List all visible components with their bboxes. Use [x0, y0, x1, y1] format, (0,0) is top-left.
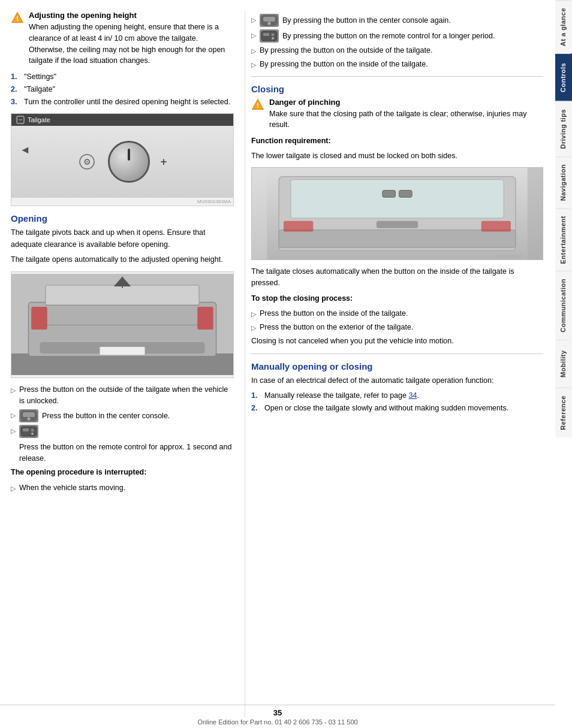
svg-point-24 [31, 428, 34, 431]
plus-icon: + [161, 156, 167, 168]
bullet-r2-text: By pressing the button on the remote con… [282, 31, 495, 42]
function-req-text: The lower tailgate is closed and must be… [251, 150, 543, 162]
arrow-r4-icon: ▷ [251, 60, 256, 70]
sidebar-item-entertainment[interactable]: Entertainment [555, 208, 572, 271]
manual-step-1: 1. Manually release the tailgate, refer … [251, 390, 543, 401]
bullet-r1-text: By pressing the button in the center con… [282, 15, 451, 26]
stop-bullet-2-text: Press the button on the exterior of the … [260, 322, 413, 333]
step-2-num: 2. [11, 84, 20, 95]
bullet-r2-content: By pressing the button on the remote con… [260, 29, 495, 43]
sidebar-item-communication[interactable]: Communication [555, 271, 572, 340]
svg-point-28 [268, 22, 271, 25]
bullet-r4: ▷ By pressing the button on the inside o… [251, 59, 543, 70]
sidebar-item-controls[interactable]: Controls [555, 53, 572, 101]
svg-point-31 [272, 34, 275, 37]
knob-area: ⚙ + [11, 120, 233, 204]
page-number: 35 [0, 708, 555, 717]
svg-text:!: ! [257, 102, 258, 108]
stop-bullet-1-text: Press the button on the inside of the ta… [260, 308, 408, 319]
svg-point-21 [28, 417, 31, 420]
svg-rect-40 [279, 229, 516, 247]
console-icon-r [260, 14, 279, 27]
opening-para1: The tailgate pivots back and up when it … [11, 227, 234, 250]
arrow-icon-3: ▷ [11, 426, 16, 436]
arrow-icon-4: ▷ [11, 484, 16, 494]
stop-bullet-1: ▷ Press the button on the inside of the … [251, 308, 543, 319]
closing-note: Closing is not canceled when you put the… [251, 336, 543, 347]
bullet-r3: ▷ By pressing the button on the outside … [251, 45, 543, 56]
closing-warning-title: Danger of pinching [269, 98, 543, 107]
screen-label: Tailgate [28, 116, 50, 123]
footer-text: Online Edition for Part no. 01 40 2 606 … [0, 718, 555, 726]
bullet-console-content: Press the button in the center console. [19, 409, 170, 422]
tailgate-screen-diagram: Tailgate ⚙ + [11, 113, 234, 206]
arrow-icon-2: ▷ [11, 410, 16, 421]
bullet-r4-text: By pressing the button on the inside of … [260, 59, 428, 70]
section-divider-2 [251, 354, 543, 354]
svg-point-25 [31, 433, 34, 435]
page-34-link[interactable]: 34 [408, 391, 417, 400]
bullet-moving: ▷ When the vehicle starts moving. [11, 482, 234, 494]
car-rear-svg: MV030S362MA [11, 272, 233, 377]
step-1: 1. "Settings" [11, 71, 234, 83]
closing-warning-body: Make sure that the closing path of the t… [269, 108, 543, 131]
bullet-console-text: Press the button in the center console. [42, 410, 170, 422]
diagram-code-1: MV030S363MA [197, 199, 231, 204]
bullet-remote: ▷ Press the button on the remote control… [11, 425, 234, 464]
section-divider [251, 76, 543, 77]
arrow-r1-icon: ▷ [251, 15, 256, 25]
svg-rect-29 [261, 31, 277, 41]
stop-closing-bullets: ▷ Press the button on the inside of the … [251, 308, 543, 333]
closing-heading: Closing [251, 84, 543, 94]
sidebar-item-mobility[interactable]: Mobility [555, 340, 572, 388]
sidebar-item-driving-tips[interactable]: Driving tips [555, 101, 572, 156]
closing-warning: ! Danger of pinching Make sure that the … [251, 98, 543, 131]
svg-rect-41 [284, 221, 313, 232]
opening-heading: Opening [11, 213, 234, 223]
stop-closing-label: To stop the closing process: [251, 293, 543, 304]
svg-rect-42 [481, 221, 511, 232]
interrupted-label: The opening procedure is interrupted: [11, 467, 234, 478]
controller-knob[interactable] [108, 141, 150, 183]
closing-warning-content: Danger of pinching Make sure that the cl… [269, 98, 543, 131]
step-2: 2. "Tailgate" [11, 84, 234, 95]
manual-step-2-text: Open or close the tailgate slowly and wi… [264, 403, 508, 414]
bullet-r1: ▷ By pressing the button in the center c… [251, 14, 543, 27]
remote-icon [19, 425, 38, 438]
bullet-remote-text: Press the button on the remote control f… [19, 442, 234, 464]
svg-rect-15 [31, 307, 47, 330]
warning-adjusting-height: ! Adjusting the opening height When adju… [11, 11, 234, 67]
opening-para2: The tailgate opens automatically to the … [11, 254, 234, 265]
warning-title: Adjusting the opening height [29, 11, 234, 20]
svg-text:MV030S362MA: MV030S362MA [194, 370, 222, 374]
step-3: 3. Turn the controller until the desired… [11, 96, 234, 108]
left-column: ! Adjusting the opening height When adju… [11, 11, 245, 717]
page-footer: 35 Online Edition for Part no. 01 40 2 6… [0, 705, 555, 728]
arrow-icon-1: ▷ [11, 385, 16, 395]
bullet-r1-content: By pressing the button in the center con… [260, 14, 451, 27]
svg-rect-17 [100, 347, 145, 355]
bullet-moving-text: When the vehicle starts moving. [19, 482, 125, 494]
bullet-outside-text: Press the button on the outside of the t… [19, 384, 234, 407]
svg-point-32 [272, 37, 274, 40]
arrow-r2-icon: ▷ [251, 31, 256, 41]
closing-diagram-svg: HV030O10AVI [252, 168, 543, 259]
bullet-console: ▷ Press the button in the center console… [11, 409, 234, 422]
svg-rect-38 [383, 190, 396, 197]
svg-rect-16 [197, 307, 213, 330]
manual-steps: 1. Manually release the tailgate, refer … [251, 390, 543, 414]
sidebar-item-reference[interactable]: Reference [555, 388, 572, 437]
bullet-outside: ▷ Press the button on the outside of the… [11, 384, 234, 407]
closing-para1: The tailgate closes automatically when t… [251, 266, 543, 289]
arrow-r3-icon: ▷ [251, 46, 256, 56]
manual-heading: Manually opening or closing [251, 361, 543, 371]
remote-icon-r [260, 29, 279, 43]
step-2-text: "Tailgate" [24, 84, 55, 95]
sidebar-item-at-a-glance[interactable]: At a glance [555, 0, 572, 53]
step-3-num: 3. [11, 96, 20, 108]
svg-rect-37 [291, 179, 504, 218]
svg-rect-27 [263, 17, 275, 22]
sidebar-item-navigation[interactable]: Navigation [555, 156, 572, 208]
svg-text:!: ! [16, 16, 18, 22]
interrupted-bullets: ▷ When the vehicle starts moving. [11, 482, 234, 494]
